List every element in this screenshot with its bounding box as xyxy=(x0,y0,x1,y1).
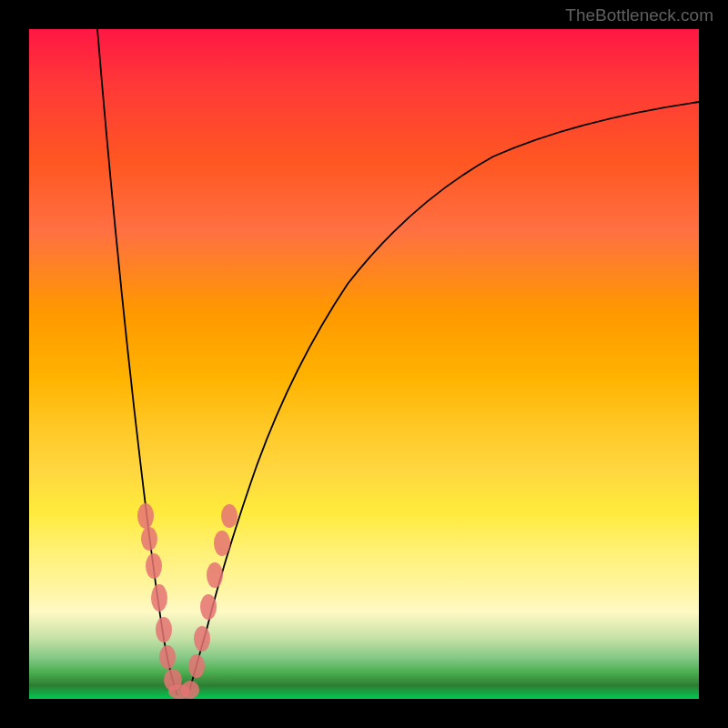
watermark-text: TheBottleneck.com xyxy=(565,5,713,25)
right-curve xyxy=(188,102,699,695)
chart-plot-area xyxy=(29,29,699,699)
marker-point xyxy=(194,626,210,652)
marker-point xyxy=(188,654,205,678)
chart-svg xyxy=(29,29,699,699)
chart-container: TheBottleneck.com xyxy=(0,0,728,728)
marker-point xyxy=(221,504,238,528)
marker-point xyxy=(151,584,167,612)
marker-point xyxy=(181,681,199,699)
marker-point xyxy=(214,531,230,556)
marker-point xyxy=(159,645,176,669)
marker-point xyxy=(207,562,223,588)
marker-point xyxy=(141,527,157,551)
marker-point xyxy=(137,503,154,529)
marker-point xyxy=(200,594,217,620)
curve-group xyxy=(97,29,699,695)
marker-point xyxy=(156,617,172,642)
markers-group xyxy=(137,503,238,699)
marker-point xyxy=(146,553,162,579)
